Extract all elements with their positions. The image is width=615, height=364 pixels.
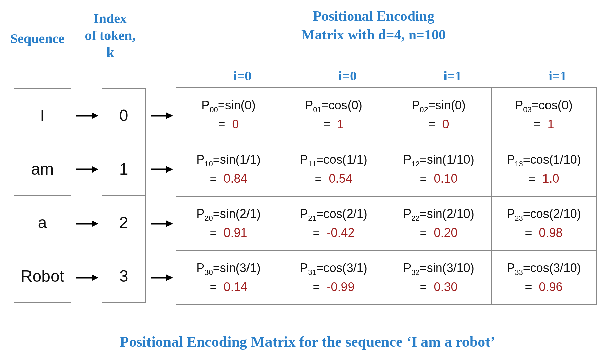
matrix-cell-value: = 0.54 <box>315 171 352 186</box>
matrix-cell-value: = 0.14 <box>210 280 247 294</box>
matrix-cell-expr: P31=cos(3/1) <box>300 261 368 277</box>
main-grid: I am a Robot 0 1 2 3 P00=sin(0)= 0P01=co… <box>14 88 597 305</box>
matrix-cell: P11=cos(1/1)= 0.54 <box>281 142 386 197</box>
matrix-cell: P20=sin(2/1)= 0.91 <box>176 196 281 251</box>
matrix-cell-expr: P10=sin(1/1) <box>196 153 261 168</box>
svg-marker-7 <box>92 274 98 281</box>
matrix-cell-expr: P03=cos(0) <box>515 98 573 114</box>
matrix-cell: P23=cos(2/10)= 0.98 <box>491 196 597 251</box>
i-header-0: i=0 <box>190 68 295 84</box>
matrix-cell-value: = 1 <box>323 117 344 132</box>
matrix-cell: P13=cos(1/10)= 1.0 <box>491 142 597 197</box>
matrix-cell: P30=sin(3/1)= 0.14 <box>176 250 281 305</box>
index-header-line3: k <box>75 44 146 61</box>
svg-marker-9 <box>166 112 173 119</box>
svg-marker-3 <box>92 166 98 173</box>
matrix-cell-expr: P00=sin(0) <box>201 98 256 114</box>
matrix-cell: P21=cos(2/1)= -0.42 <box>281 196 386 251</box>
matrix-cell-expr: P13=cos(1/10) <box>507 153 581 168</box>
index-cell: 0 <box>102 88 146 142</box>
matrix-header-line1: Positional Encoding <box>146 7 601 25</box>
arrow-right-icon <box>71 197 102 251</box>
matrix-cell: P00=sin(0)= 0 <box>176 87 281 142</box>
arrow-right-icon <box>71 250 102 305</box>
sequence-cell: am <box>14 142 71 196</box>
matrix-header-line2: Matrix with d=4, n=100 <box>146 25 601 44</box>
i-header-1: i=0 <box>295 68 400 84</box>
index-header: Index of token, k <box>75 7 146 61</box>
index-header-line1: Index <box>75 10 146 27</box>
caption: Positional Encoding Matrix for the seque… <box>0 333 615 350</box>
svg-marker-5 <box>92 220 98 227</box>
matrix-cell: P32=sin(3/10)= 0.30 <box>386 250 492 305</box>
matrix-cell-value: = -0.42 <box>313 226 354 240</box>
sequence-cell: Robot <box>14 249 71 303</box>
matrix-cell-expr: P33=cos(3/10) <box>507 261 581 277</box>
index-cell: 3 <box>102 249 146 303</box>
sequence-cell: I <box>14 88 71 142</box>
matrix-cell: P31=cos(3/1)= -0.99 <box>281 250 386 305</box>
encoding-matrix: P00=sin(0)= 0P01=cos(0)= 1P02=sin(0)= 0P… <box>176 88 597 305</box>
sequence-header: Sequence <box>0 7 75 46</box>
matrix-cell: P22=sin(2/10)= 0.20 <box>386 196 492 251</box>
matrix-cell: P12=sin(1/10)= 0.10 <box>386 142 492 197</box>
matrix-cell-expr: P21=cos(2/1) <box>300 207 368 223</box>
svg-marker-1 <box>92 112 98 119</box>
matrix-cell: P03=cos(0)= 1 <box>491 87 597 142</box>
matrix-cell-value: = 0.96 <box>525 280 562 294</box>
arrow-right-icon <box>146 88 176 143</box>
matrix-cell-expr: P12=sin(1/10) <box>403 153 474 168</box>
header-row: Sequence Index of token, k Positional En… <box>0 7 615 61</box>
i-header-3: i=1 <box>505 68 610 84</box>
arrow-right-icon <box>71 142 102 197</box>
arrow-right-icon <box>71 88 102 143</box>
matrix-cell-value: = 0.84 <box>210 171 247 186</box>
matrix-cell-value: = 0 <box>218 117 239 132</box>
index-cell: 1 <box>102 142 146 196</box>
matrix-cell-expr: P11=cos(1/1) <box>300 153 368 168</box>
matrix-cell-value: = 1.0 <box>528 171 559 186</box>
matrix-cell-expr: P23=cos(2/10) <box>507 207 581 223</box>
arrow-column-1 <box>71 88 102 305</box>
matrix-cell: P33=cos(3/10)= 0.96 <box>491 250 597 305</box>
matrix-cell-value: = 1 <box>533 117 554 132</box>
index-header-line2: of token, <box>75 27 146 44</box>
i-headers-row: i=0 i=0 i=1 i=1 <box>190 68 610 84</box>
index-cell: 2 <box>102 195 146 249</box>
i-header-2: i=1 <box>400 68 505 84</box>
sequence-cell: a <box>14 195 71 249</box>
matrix-cell: P10=sin(1/1)= 0.84 <box>176 142 281 197</box>
matrix-cell-expr: P22=sin(2/10) <box>403 207 474 223</box>
index-column: 0 1 2 3 <box>102 88 146 305</box>
matrix-cell-value: = 0.10 <box>420 171 457 186</box>
arrow-right-icon <box>146 197 176 251</box>
svg-marker-15 <box>166 274 173 281</box>
matrix-cell-expr: P02=sin(0) <box>412 98 466 114</box>
matrix-cell-value: = 0.98 <box>525 226 562 240</box>
sequence-column: I am a Robot <box>14 88 71 305</box>
matrix-cell: P02=sin(0)= 0 <box>386 87 492 142</box>
arrow-column-2 <box>146 88 176 305</box>
matrix-cell-expr: P20=sin(2/1) <box>196 207 261 223</box>
matrix-cell-value: = -0.99 <box>313 280 354 294</box>
matrix-cell-expr: P32=sin(3/10) <box>403 261 474 277</box>
matrix-cell-expr: P30=sin(3/1) <box>196 261 261 277</box>
matrix-header: Positional Encoding Matrix with d=4, n=1… <box>146 7 615 44</box>
svg-marker-11 <box>166 166 173 173</box>
matrix-cell-value: = 0.91 <box>210 226 247 240</box>
matrix-cell-value: = 0 <box>428 117 449 132</box>
matrix-cell-value: = 0.20 <box>420 226 457 240</box>
matrix-cell-value: = 0.30 <box>420 280 457 294</box>
matrix-cell: P01=cos(0)= 1 <box>281 87 386 142</box>
arrow-right-icon <box>146 142 176 197</box>
svg-marker-13 <box>166 220 173 227</box>
arrow-right-icon <box>146 250 176 305</box>
matrix-cell-expr: P01=cos(0) <box>305 98 362 114</box>
